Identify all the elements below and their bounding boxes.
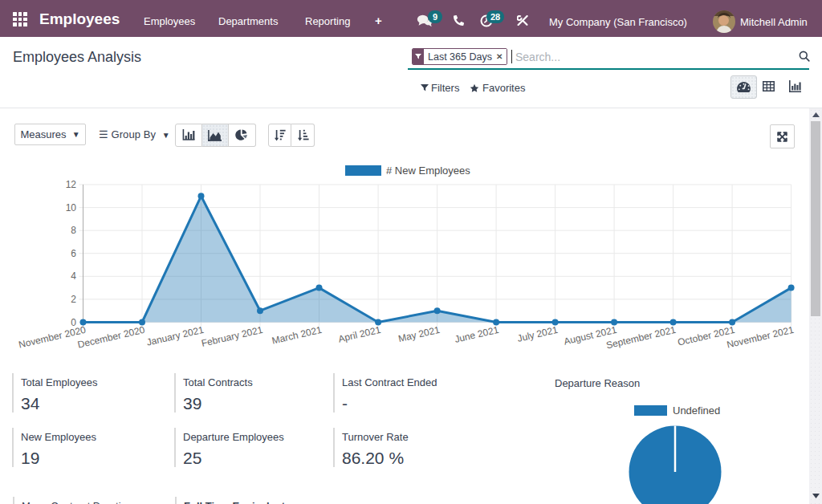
svg-text:8: 8 bbox=[71, 225, 76, 236]
svg-text:January 2021: January 2021 bbox=[145, 324, 205, 348]
svg-text:March 2021: March 2021 bbox=[271, 324, 323, 347]
svg-text:June 2021: June 2021 bbox=[454, 324, 500, 345]
svg-text:November 2021: November 2021 bbox=[726, 324, 796, 351]
svg-text:November 2020: November 2020 bbox=[18, 324, 87, 351]
svg-text:Undefined: Undefined bbox=[673, 404, 720, 417]
svg-text:December 2020: December 2020 bbox=[76, 324, 146, 351]
svg-text:February 2021: February 2021 bbox=[200, 324, 264, 349]
svg-text:July 2021: July 2021 bbox=[516, 324, 560, 344]
svg-text:April 2021: April 2021 bbox=[337, 324, 382, 345]
svg-text:10: 10 bbox=[66, 202, 77, 213]
svg-text:May 2021: May 2021 bbox=[397, 324, 442, 345]
svg-text:# New Employees: # New Employees bbox=[386, 165, 470, 177]
svg-text:6: 6 bbox=[71, 248, 76, 259]
svg-text:4: 4 bbox=[71, 270, 76, 282]
svg-text:2: 2 bbox=[71, 294, 76, 305]
svg-text:12: 12 bbox=[66, 179, 77, 190]
